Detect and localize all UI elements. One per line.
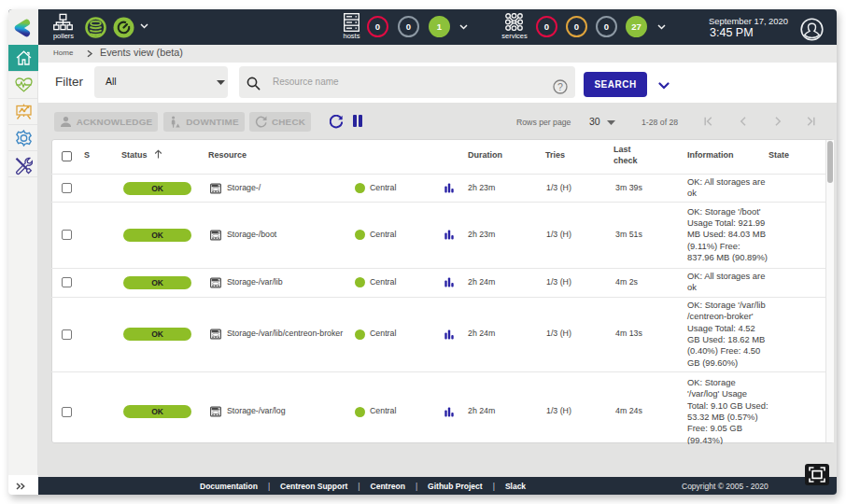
svg-text:?: ? [557, 81, 563, 92]
